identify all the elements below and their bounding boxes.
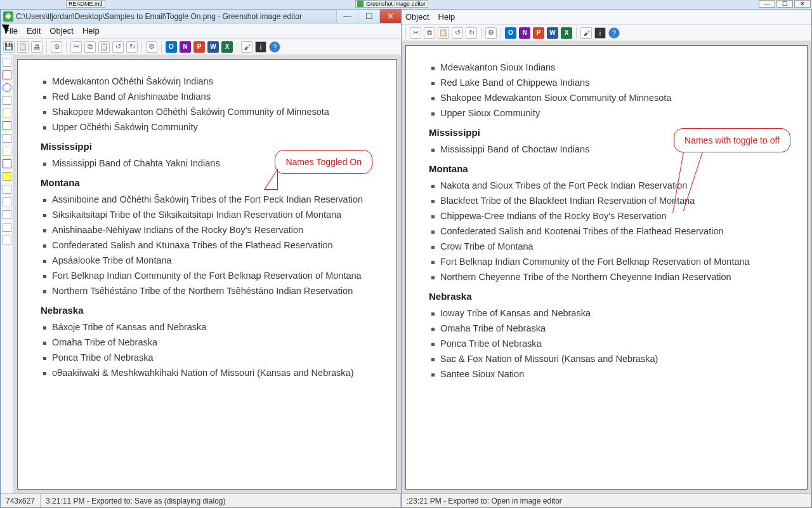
powerpoint-icon[interactable]: P <box>533 27 544 39</box>
list-item: Siksikaitsitapi Tribe of the Siksikaitsi… <box>41 210 379 220</box>
highlight-tool-icon[interactable] <box>3 172 11 181</box>
tribe-list: Mdewakanton Sioux IndiansRed Lake Band o… <box>429 62 789 118</box>
close-button[interactable]: ✕ <box>379 10 401 23</box>
bg-tab-readme: README.md <box>66 0 105 8</box>
settings-icon[interactable]: ⚙ <box>485 27 497 39</box>
crop-tool-icon[interactable] <box>3 210 11 219</box>
word-icon[interactable]: W <box>547 27 558 39</box>
list-item: Chippewa-Cree Indians of the Rocky Boy's… <box>429 211 789 221</box>
toolbar-sep <box>237 41 237 53</box>
window-title: C:\Users\tljordan\Desktop\Samples to Ema… <box>16 12 336 21</box>
onenote-icon[interactable]: N <box>519 27 530 39</box>
outlook-icon[interactable]: O <box>166 41 177 53</box>
onenote-icon[interactable]: N <box>180 41 191 53</box>
bg-min-button[interactable]: — <box>759 0 775 8</box>
save-icon[interactable]: 💾 <box>3 41 15 53</box>
titlebar-left[interactable]: C:\Users\tljordan\Desktop\Samples to Ema… <box>1 10 401 23</box>
canvas-left[interactable]: Mdewakanton Očhéthi Šakówiŋ IndiansRed L… <box>17 59 397 490</box>
settings-icon[interactable]: ⚙ <box>146 41 157 53</box>
tribe-list: Assiniboine and Očhéthi Šakówiŋ Tribes o… <box>41 194 379 296</box>
copy-icon[interactable]: ⧉ <box>424 27 435 39</box>
statusbar-left: 743x627 3:21:11 PM - Exported to: Save a… <box>1 493 401 507</box>
state-heading: Montana <box>41 177 379 188</box>
counter-tool-icon[interactable] <box>3 159 11 168</box>
obfuscate-tool-icon[interactable] <box>3 185 11 194</box>
bg-close-button[interactable]: ✕ <box>794 0 811 8</box>
list-item: Apsáalooke Tribe of Montana <box>41 255 379 265</box>
help-icon[interactable]: ? <box>269 41 280 53</box>
canvas-right[interactable]: Mdewakanton Sioux IndiansRed Lake Band o… <box>405 45 808 490</box>
delete-icon[interactable]: ⊘ <box>51 41 62 53</box>
rotate-tool-icon[interactable] <box>3 223 11 232</box>
arrow-tool-icon[interactable] <box>3 109 11 117</box>
undo-icon[interactable]: ↺ <box>452 27 463 39</box>
cut-icon[interactable]: ✂ <box>410 27 421 39</box>
list-item: Báxoje Tribe of Kansas and Nebraska <box>41 322 379 332</box>
info-icon[interactable]: i <box>594 27 606 39</box>
cut-icon[interactable]: ✂ <box>70 41 82 53</box>
effect-tool-icon[interactable] <box>3 197 11 206</box>
toolbar-sep <box>46 41 47 53</box>
list-item: Mdewakanton Očhéthi Šakówiŋ Indians <box>41 76 379 86</box>
tribe-list: Nakota and Sioux Tribes of the Fort Peck… <box>429 180 789 282</box>
statusbar-right: :23:21 PM - Exported to: Open in image e… <box>402 493 811 507</box>
copy-icon[interactable]: ⧉ <box>84 41 96 53</box>
select-tool-icon[interactable] <box>3 58 11 67</box>
powerpoint-icon[interactable]: P <box>193 41 205 53</box>
speechbubble-tool-icon[interactable] <box>3 147 11 156</box>
mspaint-icon[interactable]: 🖌 <box>580 27 592 39</box>
state-heading: Montana <box>429 163 789 174</box>
line-tool-icon[interactable] <box>3 96 11 105</box>
callout-tail <box>264 168 278 190</box>
tribe-list: Ioway Tribe of Kansas and NebraskaOmaha … <box>429 308 789 379</box>
paste-icon[interactable]: 📋 <box>438 27 449 39</box>
minimize-button[interactable]: — <box>336 10 358 23</box>
excel-icon[interactable]: X <box>221 41 233 53</box>
undo-icon[interactable]: ↺ <box>112 41 124 53</box>
menu-object[interactable]: Object <box>49 26 74 36</box>
menu-help[interactable]: Help <box>82 26 100 36</box>
menu-help[interactable]: Help <box>438 12 455 22</box>
list-item: Shakopee Mdewakanton Očhéthi Šakówiŋ Com… <box>41 107 379 117</box>
list-item: Ponca Tribe of Nebraska <box>429 338 789 349</box>
paste-icon[interactable]: 📋 <box>98 41 110 53</box>
list-item: Crow Tribe of Montana <box>429 241 789 251</box>
word-icon[interactable]: W <box>207 41 219 53</box>
info-icon[interactable]: i <box>255 41 266 53</box>
resize-tool-icon[interactable] <box>3 236 11 244</box>
toolbar-sep <box>481 27 481 39</box>
list-item: Northern Tsêhéstáno Tribe of the Norther… <box>41 286 379 296</box>
clipboard-icon[interactable]: 📋 <box>17 41 29 53</box>
list-item: oθaakiiwaki & Meshkwahkihaki Nation of M… <box>41 368 379 378</box>
callout-left[interactable]: Names Toggled On <box>275 150 372 174</box>
mspaint-icon[interactable]: 🖌 <box>241 41 252 53</box>
list-item: Blackfeet Tribe of the Blackfeet Indian … <box>429 196 789 206</box>
list-item: Assiniboine and Očhéthi Šakówiŋ Tribes o… <box>41 194 379 204</box>
window-right: Object Help ✂ ⧉ 📋 ↺ ↻ ⚙ O N P W X 🖌 i ? … <box>401 9 812 508</box>
bg-max-button[interactable]: ☐ <box>776 0 793 8</box>
rect-tool-icon[interactable] <box>3 70 11 79</box>
tribe-list: Báxoje Tribe of Kansas and NebraskaOmaha… <box>41 322 379 378</box>
ellipse-tool-icon[interactable] <box>3 83 11 92</box>
menu-object[interactable]: Object <box>405 12 429 22</box>
maximize-button[interactable]: ☐ <box>358 10 379 23</box>
state-heading: Nebraska <box>429 291 789 302</box>
print-icon[interactable]: 🖶 <box>31 41 43 53</box>
list-item: Santee Sioux Nation <box>429 369 789 379</box>
list-item: Mdewakanton Sioux Indians <box>429 62 789 72</box>
callout-right[interactable]: Names with toggle to off <box>674 128 790 152</box>
list-item: Sac & Fox Nation of Missouri (Kansas and… <box>429 354 789 364</box>
outlook-icon[interactable]: O <box>505 27 516 39</box>
text-tool-icon[interactable] <box>3 134 11 143</box>
redo-icon[interactable]: ↻ <box>126 41 138 53</box>
canvas-area-left: Mdewakanton Očhéthi Šakówiŋ IndiansRed L… <box>13 55 401 493</box>
freehand-tool-icon[interactable] <box>3 121 11 130</box>
list-item: Confederated Salish and Kootenai Tribes … <box>429 226 789 236</box>
list-item: Northern Cheyenne Tribe of the Northern … <box>429 272 789 282</box>
toolbar-sep <box>501 27 501 39</box>
toolbar-right: ✂ ⧉ 📋 ↺ ↻ ⚙ O N P W X 🖌 i ? <box>402 25 811 41</box>
help-icon[interactable]: ? <box>608 27 620 39</box>
menu-edit[interactable]: Edit <box>27 26 41 36</box>
excel-icon[interactable]: X <box>561 27 572 39</box>
redo-icon[interactable]: ↻ <box>466 27 477 39</box>
